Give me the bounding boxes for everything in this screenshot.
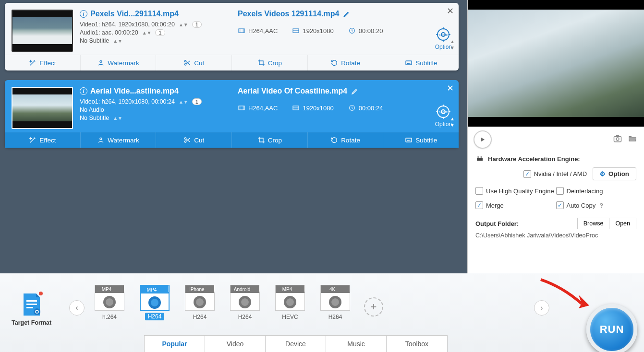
format-android[interactable]: AndroidH264 (228, 285, 262, 320)
run-button[interactable]: RUN (586, 304, 637, 352)
rotate-button[interactable]: Rotate (307, 132, 383, 148)
open-folder-icon[interactable] (627, 134, 638, 145)
high-quality-checkbox[interactable]: Use High Quality Engine (475, 187, 556, 195)
category-tabs: Popular Video Device Music Toolbox (144, 335, 448, 352)
watermark-button[interactable]: Watermark (80, 55, 156, 70)
add-format-button[interactable]: + (364, 297, 383, 317)
video-stream-count: 1 (192, 21, 202, 28)
notification-dot-icon (39, 292, 43, 295)
format-mp4-h264[interactable]: MP4h.264 (92, 285, 127, 320)
video-thumbnail[interactable] (12, 87, 73, 129)
move-up-icon[interactable]: ▲ (450, 39, 455, 44)
cut-button[interactable]: Cut (156, 55, 231, 70)
stream-selector-icon[interactable]: ▲▼ (113, 116, 122, 121)
stream-selector-icon[interactable]: ▲▼ (142, 30, 152, 35)
merge-checkbox[interactable]: Merge (475, 201, 556, 209)
stream-selector-icon[interactable]: ▲▼ (179, 99, 188, 105)
svg-text:codec: codec (439, 33, 448, 36)
rotate-button[interactable]: Rotate (307, 55, 383, 70)
preview-video[interactable] (468, 0, 644, 127)
close-icon[interactable]: ✕ (447, 6, 454, 16)
output-duration: 00:00:20 (348, 27, 383, 35)
crop-icon (257, 59, 265, 67)
scroll-left-button[interactable]: ‹ (69, 300, 85, 316)
tab-popular[interactable]: Popular (145, 336, 205, 352)
open-button[interactable]: Open (609, 218, 636, 229)
svg-rect-35 (406, 138, 412, 142)
codec-gear-icon: codec (436, 104, 451, 119)
clock-icon (348, 27, 356, 35)
browse-button[interactable]: Browse (577, 218, 610, 229)
queue-item-1[interactable]: ✕ iPexels Vid...291114.mp4 Video1: h264,… (5, 3, 459, 70)
crop-button[interactable]: Crop (231, 132, 307, 148)
crop-button[interactable]: Crop (231, 55, 307, 70)
codec-option-button[interactable]: codecOption (435, 104, 452, 128)
play-button[interactable] (474, 130, 492, 149)
svg-rect-40 (477, 158, 483, 161)
format-4k[interactable]: 4KH264 (318, 285, 352, 320)
tab-device[interactable]: Device (266, 336, 326, 352)
scroll-right-button[interactable]: › (534, 300, 549, 316)
edit-toolbar: Effect Watermark Cut Crop Rotate Subtitl… (5, 55, 459, 70)
target-format-button[interactable]: Target Format (12, 293, 51, 326)
autocopy-checkbox[interactable]: Auto Copy? (556, 201, 637, 209)
output-title: Aerial Video Of Coastline.mp4 (238, 87, 452, 95)
deinterlace-checkbox[interactable]: Deinterlacing (556, 187, 637, 195)
move-down-icon[interactable]: ▼ (450, 122, 455, 128)
film-icon (238, 27, 245, 35)
output-duration: 00:00:24 (348, 104, 383, 112)
svg-point-32 (100, 138, 102, 140)
stream-selector-icon[interactable]: ▲▼ (113, 38, 122, 44)
subtitle-info: No Subtitle (80, 115, 109, 121)
subtitle-button[interactable]: Subtitle (383, 132, 459, 148)
output-resolution: 1920x1080 (292, 27, 333, 35)
svg-rect-45 (26, 300, 37, 302)
codec-gear-icon: codec (436, 27, 451, 42)
svg-point-13 (100, 60, 102, 62)
rename-icon[interactable] (343, 10, 351, 18)
resolution-icon (292, 27, 300, 35)
format-mp4-h264-active[interactable]: MP4H264 (137, 285, 172, 320)
video-stream-count: 1 (192, 98, 202, 105)
tab-video[interactable]: Video (205, 336, 266, 352)
svg-point-39 (616, 138, 619, 141)
svg-rect-46 (26, 304, 37, 305)
tab-toolbox[interactable]: Toolbox (387, 336, 447, 352)
nvidia-checkbox[interactable]: Nvidia / Intel / AMD (523, 170, 587, 178)
format-mp4-hevc[interactable]: MP4HEVC (273, 285, 307, 320)
help-icon[interactable]: ? (599, 202, 603, 209)
scissors-icon (183, 59, 191, 67)
format-strip: MP4h.264 MP4H264 iPhoneH264 AndroidH264 … (92, 285, 352, 320)
output-path: C:\Users\Abhishek Jariwala\Videos\VideoP… (475, 232, 636, 239)
format-iphone[interactable]: iPhoneH264 (182, 285, 217, 320)
info-icon[interactable]: i (80, 87, 87, 95)
watermark-button[interactable]: Watermark (80, 132, 156, 148)
preview-panel: Hardware Acceleration Engine: Nvidia / I… (467, 0, 644, 273)
effect-button[interactable]: Effect (5, 55, 80, 70)
tab-music[interactable]: Music (326, 336, 387, 352)
video-thumbnail[interactable] (12, 10, 73, 52)
stream-selector-icon[interactable]: ▲▼ (179, 22, 188, 27)
rename-icon[interactable] (351, 87, 359, 95)
effect-button[interactable]: Effect (5, 132, 80, 148)
close-icon[interactable]: ✕ (447, 83, 454, 94)
cut-button[interactable]: Cut (156, 132, 231, 148)
move-down-icon[interactable]: ▼ (450, 45, 455, 50)
hw-option-button[interactable]: ⚙Option (593, 167, 636, 180)
subtitle-button[interactable]: Subtitle (383, 55, 459, 70)
edit-toolbar: Effect Watermark Cut Crop Rotate Subtitl… (5, 132, 459, 148)
rotate-icon (330, 136, 338, 144)
video-stream-info: Video1: h264, 1920x1080, 00:00:20 (80, 21, 175, 28)
info-icon[interactable]: i (80, 10, 87, 18)
svg-point-48 (34, 308, 40, 315)
hw-accel-heading: Hardware Acceleration Engine: (475, 155, 636, 163)
output-codec: H264,AAC (238, 104, 278, 112)
snapshot-icon[interactable] (612, 134, 623, 145)
audio-stream-info: No Audio (80, 106, 104, 113)
codec-option-button[interactable]: codecOption (435, 27, 452, 50)
queue-item-2[interactable]: ✕ iAerial Vide...astline.mp4 Video1: h26… (5, 80, 459, 148)
move-up-icon[interactable]: ▲ (450, 116, 455, 121)
audio-stream-info: Audio1: aac, 00:00:20 (80, 29, 138, 36)
conversion-queue: ✕ iPexels Vid...291114.mp4 Video1: h264,… (5, 3, 459, 271)
resolution-icon (292, 104, 300, 112)
